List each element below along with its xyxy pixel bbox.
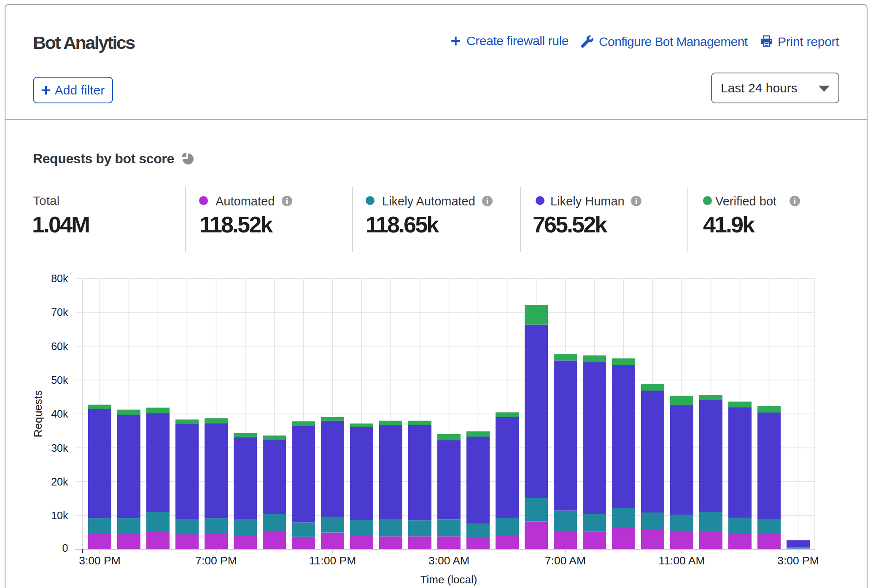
svg-text:60k: 60k	[51, 340, 68, 352]
svg-text:7:00 AM: 7:00 AM	[545, 554, 586, 567]
svg-text:3:00 AM: 3:00 AM	[428, 554, 469, 567]
svg-text:11:00 AM: 11:00 AM	[659, 554, 705, 567]
svg-text:Time (local): Time (local)	[420, 573, 477, 586]
svg-text:0: 0	[62, 542, 68, 554]
svg-text:40k: 40k	[51, 408, 68, 420]
svg-text:Requests: Requests	[32, 390, 44, 437]
svg-text:20k: 20k	[51, 476, 68, 488]
svg-text:10k: 10k	[51, 510, 68, 521]
svg-text:70k: 70k	[51, 306, 68, 318]
svg-text:7:00 PM: 7:00 PM	[195, 554, 237, 567]
svg-text:11:00 PM: 11:00 PM	[309, 554, 356, 567]
svg-text:30k: 30k	[51, 442, 68, 454]
svg-text:3:00 PM: 3:00 PM	[777, 554, 819, 567]
svg-text:3:00 PM: 3:00 PM	[79, 554, 121, 567]
svg-text:50k: 50k	[51, 374, 68, 386]
svg-text:80k: 80k	[51, 272, 68, 284]
